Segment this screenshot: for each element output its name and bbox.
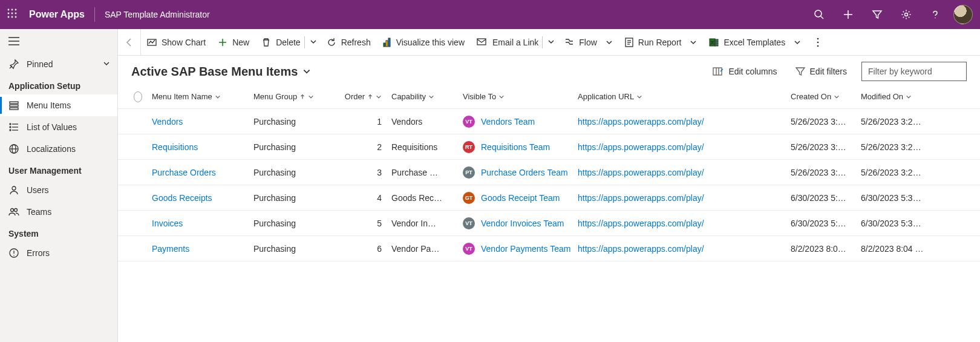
search-icon[interactable]	[805, 0, 834, 29]
row-order: 2	[339, 142, 387, 152]
svg-rect-19	[10, 102, 18, 104]
row-url-link[interactable]: https://apps.powerapps.com/play/	[578, 244, 704, 254]
flow-button[interactable]: Flow	[558, 29, 619, 56]
data-grid: Menu Item Name Menu Group Order Capabili…	[118, 85, 980, 342]
app-title: SAP Template Administrator	[105, 10, 210, 19]
row-team-link[interactable]: Vendors Team	[481, 117, 535, 127]
chevron-down-icon	[428, 94, 434, 100]
table-row[interactable]: Goods ReceiptsPurchasing4Goods Rec…GTGoo…	[118, 185, 980, 211]
more-commands-button[interactable]	[807, 38, 829, 47]
filter-keyword-input[interactable]	[861, 62, 967, 81]
row-name-link[interactable]: Vendors	[152, 117, 183, 127]
user-icon	[8, 185, 19, 196]
row-url-link[interactable]: https://apps.powerapps.com/play/	[578, 142, 704, 152]
row-capability: Vendors	[387, 117, 458, 127]
view-title[interactable]: Active SAP Base Menu Items	[131, 65, 311, 79]
col-header-group[interactable]: Menu Group	[253, 92, 314, 101]
flow-label: Flow	[579, 38, 597, 47]
row-name-link[interactable]: Goods Receipts	[152, 193, 212, 203]
sidebar-pinned[interactable]: Pinned	[0, 53, 117, 75]
sidebar-item-users[interactable]: Users	[0, 179, 117, 201]
row-url-link[interactable]: https://apps.powerapps.com/play/	[578, 117, 704, 127]
sidebar-item-teams[interactable]: Teams	[0, 201, 117, 223]
sidebar-item-localizations[interactable]: Localizations	[0, 138, 117, 160]
svg-point-33	[15, 209, 18, 212]
table-row[interactable]: VendorsPurchasing1VendorsVTVendors Teamh…	[118, 109, 980, 134]
row-order: 3	[339, 168, 387, 177]
excel-templates-button[interactable]: X Excel Templates	[703, 29, 807, 56]
col-header-created[interactable]: Created On	[791, 92, 840, 101]
row-team-link[interactable]: Vendor Payments Team	[481, 244, 570, 254]
team-avatar-badge: GT	[463, 192, 475, 204]
row-url-link[interactable]: https://apps.powerapps.com/play/	[578, 168, 704, 177]
add-icon[interactable]	[834, 0, 863, 29]
table-row[interactable]: InvoicesPurchasing5Vendor In…VTVendor In…	[118, 211, 980, 236]
col-header-name[interactable]: Menu Item Name	[152, 92, 221, 101]
sidebar-item-label: List of Values	[27, 122, 77, 132]
row-url-link[interactable]: https://apps.powerapps.com/play/	[578, 193, 704, 203]
row-name-link[interactable]: Purchase Orders	[152, 168, 216, 177]
user-avatar[interactable]	[953, 5, 973, 24]
row-name-link[interactable]: Payments	[152, 244, 189, 254]
email-link-button[interactable]: Email a Link	[471, 29, 541, 56]
help-icon[interactable]	[921, 0, 950, 29]
col-header-modified[interactable]: Modified On	[861, 92, 912, 101]
edit-columns-button[interactable]: Edit columns	[709, 64, 780, 79]
new-button[interactable]: New	[212, 29, 255, 56]
svg-rect-57	[713, 68, 722, 75]
sidebar-group-title: Application Setup	[0, 75, 117, 94]
row-url-link[interactable]: https://apps.powerapps.com/play/	[578, 219, 704, 228]
table-row[interactable]: PaymentsPurchasing6Vendor Pa…VTVendor Pa…	[118, 236, 980, 261]
col-header-url[interactable]: Application URL	[578, 92, 642, 101]
sidebar-item-menu-items[interactable]: Menu Items	[0, 94, 117, 116]
row-group: Purchasing	[249, 117, 339, 127]
team-avatar-badge: VT	[463, 243, 475, 255]
show-chart-button[interactable]: Show Chart	[141, 29, 212, 56]
row-order: 5	[339, 219, 387, 228]
row-name-link[interactable]: Requisitions	[152, 142, 198, 152]
row-visible-to: RTRequisitions Team	[458, 141, 573, 153]
email-caret[interactable]	[544, 38, 558, 47]
svg-point-31	[12, 186, 16, 190]
edit-filters-button[interactable]: Edit filters	[792, 64, 851, 79]
delete-caret[interactable]	[306, 38, 321, 47]
row-group: Purchasing	[249, 219, 339, 228]
sidebar-item-errors[interactable]: Errors	[0, 242, 117, 264]
col-header-visible[interactable]: Visible To	[463, 92, 505, 101]
sidebar-item-list-of-values[interactable]: List of Values	[0, 116, 117, 138]
row-team-link[interactable]: Purchase Orders Team	[481, 168, 568, 177]
col-header-order[interactable]: Order	[345, 92, 382, 101]
settings-gear-icon[interactable]	[892, 0, 921, 29]
row-name-link[interactable]: Invoices	[152, 219, 183, 228]
refresh-button[interactable]: Refresh	[321, 29, 377, 56]
row-team-link[interactable]: Goods Receipt Team	[481, 193, 560, 203]
svg-point-7	[11, 16, 13, 18]
chevron-down-icon	[302, 67, 311, 76]
select-all-checkbox[interactable]	[129, 91, 147, 102]
visualize-button[interactable]: Visualize this view	[377, 29, 471, 56]
run-report-label: Run Report	[638, 38, 682, 47]
svg-rect-42	[388, 38, 390, 47]
chevron-down-icon	[636, 94, 642, 100]
run-report-button[interactable]: Run Report	[619, 29, 704, 56]
chevron-down-icon	[498, 94, 505, 100]
svg-point-13	[905, 13, 908, 16]
table-row[interactable]: Purchase OrdersPurchasing3Purchase …PTPu…	[118, 160, 980, 185]
team-icon	[8, 206, 19, 217]
filter-funnel-icon[interactable]	[863, 0, 892, 29]
row-group: Purchasing	[249, 244, 339, 254]
team-avatar-badge: RT	[463, 141, 475, 153]
sidebar-group-title: User Management	[0, 160, 117, 179]
row-team-link[interactable]: Vendor Invoices Team	[481, 219, 564, 228]
app-launcher-icon[interactable]	[7, 8, 19, 21]
chevron-down-icon	[215, 94, 221, 100]
delete-button[interactable]: Delete	[255, 29, 302, 56]
pin-icon	[8, 59, 19, 70]
error-icon	[8, 248, 19, 258]
col-header-capability[interactable]: Capability	[391, 92, 434, 101]
row-team-link[interactable]: Requisitions Team	[481, 142, 550, 152]
sidebar-item-label: Errors	[27, 248, 50, 258]
back-button[interactable]	[118, 29, 141, 56]
sidebar-hamburger[interactable]	[0, 29, 117, 53]
table-row[interactable]: RequisitionsPurchasing2RequisitionsRTReq…	[118, 134, 980, 160]
